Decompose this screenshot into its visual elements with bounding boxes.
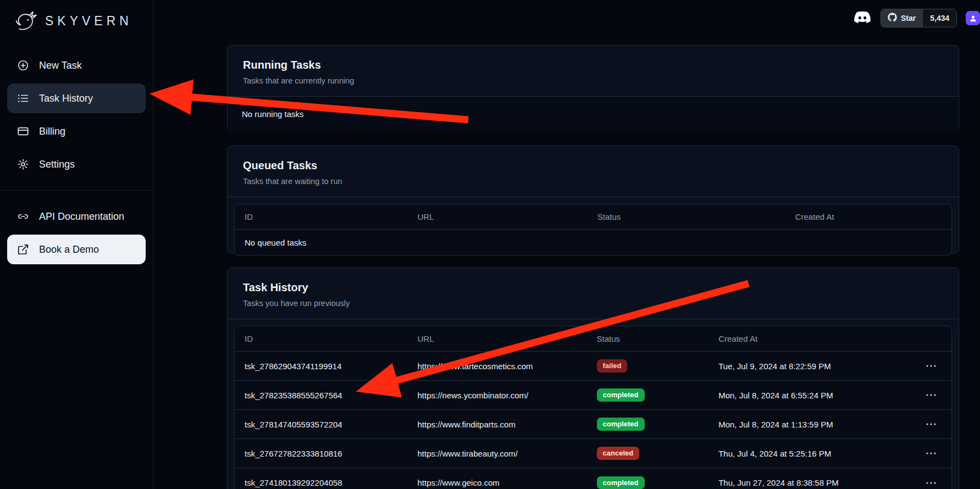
task-url: https://www.finditparts.com <box>418 420 597 429</box>
sidebar-item-label: New Task <box>39 60 82 71</box>
task-url: https://www.tartecosmetics.com <box>418 362 597 371</box>
task-history-card: Task History Tasks you have run previous… <box>227 268 959 489</box>
task-created-at: Mon, Jul 8, 2024 at 1:13:59 PM <box>718 420 901 429</box>
task-id: tsk_278235388555267564 <box>235 391 418 400</box>
task-row[interactable]: tsk_274180139292204058 https://www.geico… <box>235 468 951 489</box>
queued-tasks-empty-state: No queued tasks <box>235 238 951 247</box>
sidebar-item-task-history[interactable]: Task History <box>7 84 146 113</box>
sidebar-item-label: Settings <box>39 159 75 170</box>
column-header-created-at: Created At <box>718 334 901 343</box>
running-tasks-empty-state: No running tasks <box>242 97 944 132</box>
brand: SKYVERN <box>0 0 153 38</box>
task-id: tsk_278629043741199914 <box>235 362 418 371</box>
gear-icon <box>16 158 30 171</box>
sidebar-item-billing[interactable]: Billing <box>7 116 146 146</box>
task-history-title: Task History <box>243 281 943 294</box>
discord-icon[interactable] <box>853 11 872 25</box>
running-tasks-title: Running Tasks <box>243 59 943 71</box>
sidebar-item-new-task[interactable]: New Task <box>7 51 146 80</box>
column-header-url: URL <box>418 334 597 343</box>
queued-tasks-title: Queued Tasks <box>243 159 943 172</box>
task-created-at: Mon, Jul 8, 2024 at 6:55:24 PM <box>718 391 901 400</box>
sidebar-item-book-a-demo[interactable]: Book a Demo <box>7 235 146 264</box>
task-url: https://news.ycombinator.com/ <box>418 391 597 400</box>
plus-circle-icon <box>16 59 30 72</box>
sidebar-item-label: Book a Demo <box>39 244 99 255</box>
task-history-subtitle: Tasks you have run previously <box>243 299 943 308</box>
row-actions-button[interactable] <box>924 480 938 486</box>
row-actions-button[interactable] <box>924 450 938 457</box>
task-url: https://www.geico.com <box>418 478 597 487</box>
status-badge: completed <box>597 476 645 489</box>
row-actions-button[interactable] <box>924 392 938 398</box>
column-header-url: URL <box>418 212 597 221</box>
status-badge: failed <box>597 359 628 373</box>
task-row[interactable]: tsk_278235388555267564 https://news.ycom… <box>235 381 951 410</box>
task-id: tsk_278147405593572204 <box>235 420 418 429</box>
user-avatar[interactable] <box>966 11 980 25</box>
sidebar-item-label: Task History <box>39 93 93 104</box>
topbar: Star 5,434 S <box>853 9 980 27</box>
github-star-button[interactable]: Star 5,434 <box>881 9 957 27</box>
task-row[interactable]: tsk_276727822333810816 https://www.tirab… <box>235 439 951 468</box>
github-star-count: 5,434 <box>922 9 956 27</box>
status-badge: completed <box>597 418 645 431</box>
task-created-at: Tue, Jul 9, 2024 at 8:22:59 PM <box>718 362 901 371</box>
task-url: https://www.tirabeauty.com/ <box>418 449 597 458</box>
brand-name: SKYVERN <box>45 14 132 29</box>
main-content: Running Tasks Tasks that are currently r… <box>227 45 959 489</box>
column-header-id: ID <box>235 212 418 221</box>
column-header-status: Status <box>597 334 719 343</box>
task-history-table: ID URL Status Created At tsk_27862904374… <box>234 326 952 489</box>
skyvern-logo-icon <box>14 9 38 33</box>
task-id: tsk_274180139292204058 <box>235 478 418 487</box>
sidebar-divider <box>0 190 153 191</box>
task-row[interactable]: tsk_278629043741199914 https://www.tarte… <box>235 352 951 381</box>
queued-tasks-empty-row: No queued tasks <box>235 230 951 255</box>
row-actions-button[interactable] <box>924 421 938 427</box>
column-header-id: ID <box>235 334 418 343</box>
queued-tasks-card: Queued Tasks Tasks that are waiting to r… <box>227 146 959 253</box>
status-badge: canceled <box>597 447 640 460</box>
task-created-at: Thu, Jul 4, 2024 at 5:25:16 PM <box>718 449 901 458</box>
queued-tasks-subtitle: Tasks that are waiting to run <box>243 177 943 186</box>
sidebar-item-label: Billing <box>39 126 65 137</box>
external-link-icon <box>16 243 30 256</box>
credit-card-icon <box>16 125 30 138</box>
github-star-label: Star <box>901 14 916 23</box>
queued-tasks-table: ID URL Status Created At No queued tasks <box>234 204 952 255</box>
sidebar-item-api-documentation[interactable]: API Documentation <box>7 202 146 231</box>
running-tasks-subtitle: Tasks that are currently running <box>243 76 943 85</box>
task-id: tsk_276727822333810816 <box>235 449 418 458</box>
row-actions-button[interactable] <box>924 363 938 369</box>
table-header-row: ID URL Status Created At <box>235 204 951 230</box>
sidebar-item-label: API Documentation <box>39 211 124 223</box>
list-icon <box>16 92 30 105</box>
sidebar: SKYVERN New Task Task History Billing Se… <box>0 0 153 489</box>
task-created-at: Thu, Jun 27, 2024 at 8:38:58 PM <box>718 478 901 487</box>
sidebar-item-settings[interactable]: Settings <box>7 149 146 179</box>
column-header-status: Status <box>597 212 795 221</box>
link-icon <box>16 210 30 223</box>
running-tasks-card: Running Tasks Tasks that are currently r… <box>227 45 959 131</box>
table-header-row: ID URL Status Created At <box>235 326 951 352</box>
task-row[interactable]: tsk_278147405593572204 https://www.findi… <box>235 410 951 439</box>
status-badge: completed <box>597 388 645 402</box>
github-icon <box>888 13 897 24</box>
column-header-created-at: Created At <box>795 212 951 221</box>
